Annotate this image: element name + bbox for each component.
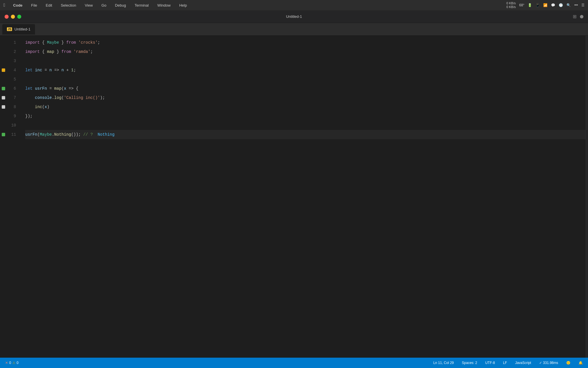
code-token bbox=[66, 84, 69, 93]
code-token: 'Calling inc()' bbox=[64, 93, 100, 102]
split-editor-icon[interactable]: ⊞ bbox=[573, 14, 577, 19]
warning-count: 0 bbox=[17, 361, 19, 365]
code-token: { bbox=[74, 84, 78, 93]
code-token: n bbox=[49, 66, 52, 75]
code-token: ( bbox=[37, 130, 40, 139]
menu-item-go[interactable]: Go bbox=[100, 3, 108, 8]
indentation[interactable]: Spaces: 2 bbox=[460, 360, 479, 365]
errors-indicator[interactable]: ✕ 0 ⚠ 0 bbox=[3, 360, 20, 365]
bp-5 bbox=[0, 75, 7, 84]
wifi-icon: 📶 bbox=[543, 3, 548, 7]
line-num-5: 5 bbox=[7, 75, 16, 84]
line-num-3: 3 bbox=[7, 56, 16, 66]
phone-icon: 📱 bbox=[535, 3, 540, 7]
eol[interactable]: LF bbox=[501, 360, 509, 365]
line-num-6: 6 bbox=[7, 84, 16, 93]
title-bar: Untitled-1 ⊞ bbox=[0, 10, 588, 23]
position-label: Ln 11, Col 29 bbox=[433, 361, 454, 365]
spotlight-icon: 🔍 bbox=[566, 3, 571, 7]
editor-tab[interactable]: JS Untitled-1 bbox=[2, 24, 35, 34]
line-num-1: 1 bbox=[7, 38, 16, 47]
code-token: ); bbox=[100, 93, 105, 102]
code-line-8: inc ( x ) bbox=[25, 102, 586, 112]
code-token: { bbox=[40, 47, 47, 56]
code-token: ( bbox=[61, 93, 64, 102]
code-token: n bbox=[61, 66, 64, 75]
maximize-button[interactable] bbox=[17, 15, 21, 19]
code-editor[interactable]: import { Maybe } from 'crocks' ; import … bbox=[23, 36, 586, 368]
code-token: let bbox=[25, 84, 32, 93]
code-line-2: import { map } from 'ramda' ; bbox=[25, 47, 586, 56]
bp-6 bbox=[0, 84, 7, 93]
menu-item-file[interactable]: File bbox=[29, 3, 39, 8]
cursor-position[interactable]: Ln 11, Col 29 bbox=[432, 360, 455, 365]
code-token: = bbox=[47, 84, 54, 93]
code-token: ) bbox=[47, 102, 49, 112]
menu-item-debug[interactable]: Debug bbox=[113, 3, 127, 8]
list-icon: ☰ bbox=[581, 3, 585, 7]
tab-bar: JS Untitled-1 bbox=[0, 23, 588, 36]
line-num-10: 10 bbox=[7, 121, 16, 130]
code-token: ( bbox=[61, 84, 64, 93]
code-token: import bbox=[25, 47, 40, 56]
tab-js-icon: JS bbox=[7, 27, 12, 31]
timing-indicator[interactable]: ✓ 331.98ms bbox=[537, 360, 560, 365]
code-token bbox=[32, 84, 35, 93]
code-line-6: let usrFn = map ( x => { bbox=[25, 84, 586, 93]
code-token: Maybe bbox=[40, 130, 52, 139]
notification-bell[interactable]: 🔔 bbox=[577, 360, 585, 365]
menu-item-edit[interactable]: Edit bbox=[44, 3, 54, 8]
code-token: . bbox=[52, 93, 54, 102]
line-num-8: 8 bbox=[7, 102, 16, 112]
code-token bbox=[76, 38, 78, 47]
temperature: 68° bbox=[519, 3, 524, 7]
code-token bbox=[59, 66, 61, 75]
code-token: } bbox=[59, 38, 66, 47]
code-token: from bbox=[61, 47, 71, 56]
line-num-4: 4 bbox=[7, 66, 16, 75]
bp-3 bbox=[0, 56, 7, 66]
bp-8 bbox=[0, 102, 7, 112]
minimap[interactable] bbox=[586, 36, 588, 368]
code-line-4: let inc = n => n + 1 ; bbox=[25, 66, 586, 75]
menu-item-help[interactable]: Help bbox=[177, 3, 189, 8]
code-token-nothing-result: Nothing bbox=[98, 130, 115, 139]
menu-item-terminal[interactable]: Terminal bbox=[133, 3, 150, 8]
code-token bbox=[25, 93, 35, 102]
code-token: let bbox=[25, 66, 32, 75]
code-token: 'crocks' bbox=[78, 38, 98, 47]
window-title: Untitled-1 bbox=[286, 14, 302, 19]
editor-main[interactable]: 1 2 3 4 5 6 7 8 9 10 11 import { Maybe }… bbox=[0, 36, 588, 368]
minimize-button[interactable] bbox=[11, 15, 15, 19]
eol-label: LF bbox=[503, 361, 507, 365]
editor-container: 1 2 3 4 5 6 7 8 9 10 11 import { Maybe }… bbox=[0, 36, 588, 368]
code-token: log bbox=[54, 93, 61, 102]
menu-item-window[interactable]: Window bbox=[156, 3, 172, 8]
code-line-9: }); bbox=[25, 112, 586, 121]
line-num-7: 7 bbox=[7, 93, 16, 102]
menu-item-code[interactable]: Code bbox=[11, 3, 24, 8]
code-token bbox=[93, 130, 98, 139]
menu-item-view[interactable]: View bbox=[83, 3, 94, 8]
circle-icon bbox=[580, 15, 583, 18]
battery-icon: 🔋 bbox=[528, 3, 532, 7]
status-bar-left: ✕ 0 ⚠ 0 bbox=[3, 360, 20, 365]
menu-item-selection[interactable]: Selection bbox=[59, 3, 78, 8]
close-button[interactable] bbox=[5, 15, 9, 19]
language-mode[interactable]: JavaScript bbox=[513, 360, 533, 365]
code-token: }); bbox=[25, 112, 32, 121]
status-bar-right: Ln 11, Col 29 Spaces: 2 UTF-8 LF JavaScr… bbox=[432, 360, 585, 365]
clock-icon: 🕐 bbox=[559, 3, 563, 7]
code-token: 1 bbox=[71, 66, 74, 75]
encoding[interactable]: UTF-8 bbox=[483, 360, 497, 365]
network-status: 0 KB/s0 KB/s bbox=[506, 1, 516, 9]
emoji-indicator[interactable]: 🙂 bbox=[564, 360, 572, 365]
code-token: map bbox=[54, 84, 61, 93]
code-token: => bbox=[54, 66, 59, 75]
code-token: import bbox=[25, 38, 40, 47]
apple-icon:  bbox=[3, 3, 5, 8]
breakpoint-gutter bbox=[0, 36, 7, 368]
code-token: // ? bbox=[83, 130, 93, 139]
bp-10 bbox=[0, 121, 7, 130]
code-token: inc bbox=[35, 102, 42, 112]
